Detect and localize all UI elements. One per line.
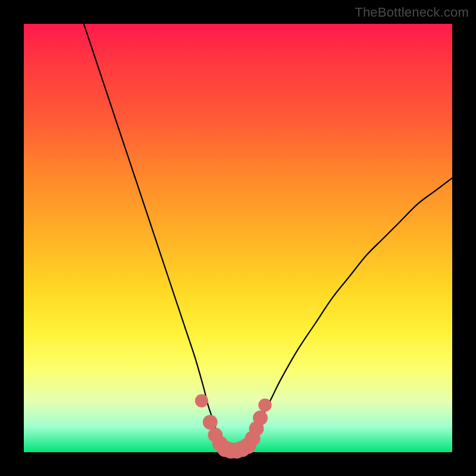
curve-marker	[258, 399, 271, 412]
bottleneck-curve	[84, 24, 452, 450]
curve-svg	[24, 24, 452, 452]
plot-area	[24, 24, 452, 452]
curve-marker	[253, 411, 268, 425]
marker-group	[195, 394, 272, 458]
watermark-text: TheBottleneck.com	[355, 5, 469, 20]
chart-frame: TheBottleneck.com	[0, 0, 476, 476]
curve-marker	[195, 394, 208, 407]
curve-marker	[203, 415, 218, 430]
